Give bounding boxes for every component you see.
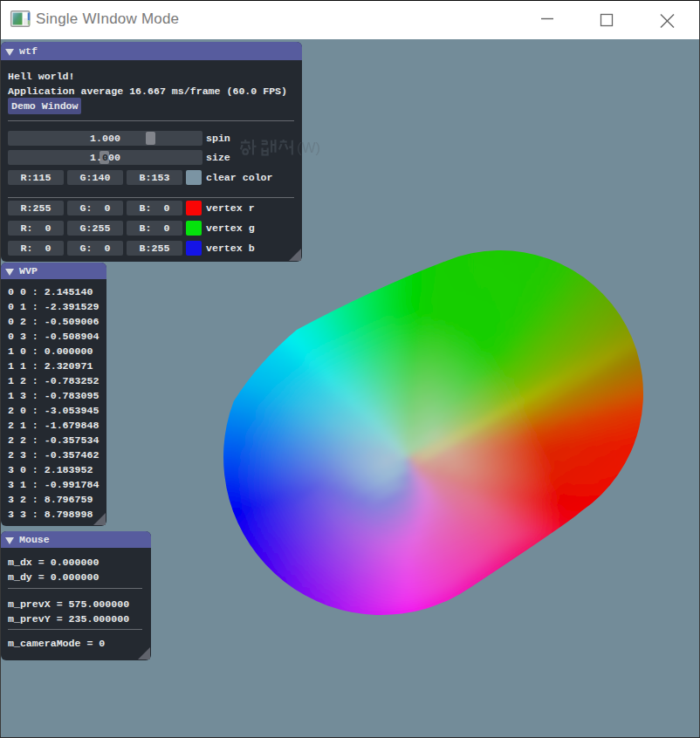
svg-text:(W): (W) [297, 140, 320, 156]
